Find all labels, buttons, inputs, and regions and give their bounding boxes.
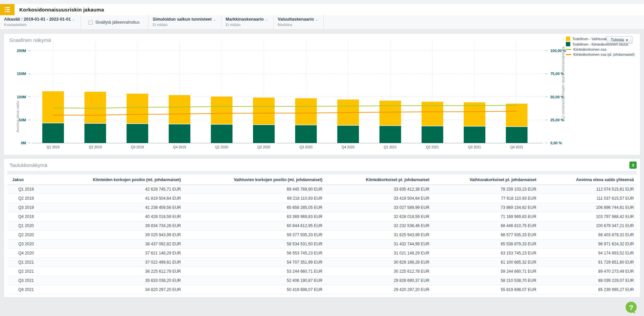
table-panel-title: Taulukkonäkymä xyxy=(9,162,47,168)
chart-panel: Graafinen näkymä Tulosta▼ 200M100,00 %15… xyxy=(4,34,640,155)
table-cell: 61 100 685,32 EUR xyxy=(432,258,539,267)
table-cell: 88 039 229,07 EUR xyxy=(539,276,637,285)
filter-selected-value: Ei mitään xyxy=(153,23,216,27)
filter-label: Simuloidun salkun tunnisteet⌄ xyxy=(153,17,216,22)
table-cell: 112 074 515,61 EUR xyxy=(539,185,637,194)
table-cell: 34 820 297,20 EUR xyxy=(51,285,184,294)
x-axis-category-label: Q1 2019 xyxy=(47,145,60,149)
table-row[interactable]: Q1 202039 834 734,26 EUR60 844 612,95 EU… xyxy=(7,221,637,230)
table-cell: 63 153 745,23 EUR xyxy=(432,249,539,258)
table-column-header: Kiinteiden korkojen positio (ml. johdann… xyxy=(51,175,184,185)
bar-fixed-rate-segment xyxy=(127,124,148,143)
print-button[interactable]: Tulosta▼ xyxy=(606,36,632,44)
chevron-down-icon: ⌄ xyxy=(213,18,216,21)
table-cell: 94 174 893,52 EUR xyxy=(539,249,637,258)
filter-dropdown-3[interactable]: Markkinaskenaario⌄Ei mitään xyxy=(222,15,274,29)
filter-bar: Aikaväli : 2019-01-01 - 2022-01-01⌄Kvart… xyxy=(0,15,644,30)
table-cell: Q2 2020 xyxy=(7,230,51,240)
legend-square-swatch xyxy=(566,42,570,46)
table-cell: Q3 2019 xyxy=(7,203,51,212)
filter-label: Valuuttaskenaario⌄ xyxy=(278,17,318,22)
left-axis-tick-label: 150M xyxy=(17,72,26,76)
x-axis-category-label: Q2 2020 xyxy=(257,145,271,149)
table-row[interactable]: Q2 202136 225 612,78 EUR53 244 660,71 EU… xyxy=(7,267,637,276)
table-cell: 40 428 018,59 EUR xyxy=(51,212,184,221)
table-cell: 41 238 459,56 EUR xyxy=(51,203,184,212)
table-cell: 36 225 612,78 EUR xyxy=(51,267,184,276)
chevron-down-icon: ⌄ xyxy=(72,18,75,21)
legend-item[interactable]: Kiinteäkorkoinen osa (pl. johdannaiset) xyxy=(566,52,635,56)
table-cell: 52 406 190,87 EUR xyxy=(184,276,325,285)
table-cell: 32 232 536,46 EUR xyxy=(325,221,432,230)
bar-fixed-rate-segment xyxy=(337,126,359,143)
table-row[interactable]: Q3 202135 633 038,20 EUR52 406 190,87 EU… xyxy=(7,276,637,285)
refinance-checkbox[interactable] xyxy=(88,20,93,25)
bar-floating-rate-segment xyxy=(295,98,317,125)
filter-dropdown-2[interactable]: Simuloidun salkun tunnisteet⌄Ei mitään xyxy=(148,15,222,29)
table-cell: 73 869 154,62 EUR xyxy=(432,203,539,212)
table-cell: 111 037 615,57 EUR xyxy=(539,194,637,203)
table-cell: 65 538 879,33 EUR xyxy=(432,240,539,249)
filter-dropdown-4[interactable]: Valuuttaskenaario⌄Markkina xyxy=(274,15,324,29)
table-cell: 103 797 988,42 EUR xyxy=(539,212,637,221)
table-cell: 30 629 166,28 EUR xyxy=(325,258,432,267)
table-row[interactable]: Q3 201941 238 459,56 EUR65 658 285,05 EU… xyxy=(7,203,637,212)
table-cell: 53 244 660,71 EUR xyxy=(184,267,325,276)
table-row[interactable]: Q2 201941 819 504,64 EUR69 218 110,93 EU… xyxy=(7,194,637,203)
table-cell: 59 244 660,71 EUR xyxy=(432,267,539,276)
right-axis-tick-label: 0,00 % xyxy=(550,141,562,145)
table-row[interactable]: Q1 201942 628 745,71 EUR69 445 769,90 EU… xyxy=(7,185,637,194)
page-title: Korkosidonnaisuusriskin jakauma xyxy=(19,7,104,13)
bar-floating-rate-segment xyxy=(253,98,275,125)
menu-button[interactable] xyxy=(0,4,15,15)
x-axis-category-label: Q3 2021 xyxy=(468,145,481,149)
left-axis-tick-label: 50M xyxy=(19,118,26,122)
help-button[interactable]: ? xyxy=(624,301,639,315)
bar-floating-rate-segment xyxy=(380,101,401,125)
bar-floating-rate-segment xyxy=(169,95,190,124)
bar-fixed-rate-segment xyxy=(85,124,106,143)
chevron-down-icon: ⌄ xyxy=(315,18,318,21)
table-cell: 78 239 103,23 EUR xyxy=(432,185,539,194)
table-row[interactable]: Q4 202134 820 297,20 EUR50 419 698,07 EU… xyxy=(7,285,637,294)
x-axis-category-label: Q2 2019 xyxy=(89,145,102,149)
table-cell: 59 377 935,33 EUR xyxy=(184,230,325,240)
table-cell: 39 834 734,26 EUR xyxy=(51,221,184,230)
page-top-strip xyxy=(0,0,644,4)
x-axis-category-label: Q4 2020 xyxy=(342,145,355,149)
table-row[interactable]: Q4 201940 428 018,59 EUR63 369 969,83 EU… xyxy=(7,212,637,221)
checkbox-label: Sisällytä jälleenrahoitus xyxy=(95,20,140,25)
left-axis-tick-label: 200M xyxy=(17,49,26,53)
bar-fixed-rate-segment xyxy=(42,123,64,143)
hamburger-list-icon xyxy=(5,7,10,12)
table-column-header: Vaihtuvien korkojen positio (ml. johdann… xyxy=(184,175,325,185)
table-column-header: Kiinteäkorkoiset pl. johdannaiset xyxy=(325,175,432,185)
filter-dropdown-0[interactable]: Aikaväli : 2019-01-01 - 2022-01-01⌄Kvart… xyxy=(0,15,81,29)
table-panel: Taulukkonäkymä X JaksoKiinteiden korkoje… xyxy=(4,159,640,297)
filter-refinance-checkbox-section: Sisällytä jälleenrahoitus xyxy=(81,15,149,29)
bar-floating-rate-segment xyxy=(506,104,528,126)
table-cell: 71 169 969,83 EUR xyxy=(432,212,539,221)
table-cell: 60 844 612,95 EUR xyxy=(184,221,325,230)
table-cell: 91 729 851,60 EUR xyxy=(539,258,637,267)
excel-export-button[interactable]: X xyxy=(629,162,637,169)
table-row[interactable]: Q3 202038 437 092,82 EUR58 534 531,50 EU… xyxy=(7,240,637,249)
table-toolbar-strip xyxy=(7,171,637,175)
left-axis-tick-label: 0M xyxy=(21,141,26,145)
table-cell: 31 021 148,29 EUR xyxy=(325,249,432,258)
legend-line-swatch xyxy=(566,54,571,55)
table-cell: 33 419 504,64 EUR xyxy=(325,194,432,203)
table-cell: Q1 2021 xyxy=(7,258,51,267)
table-cell: Q4 2019 xyxy=(7,212,51,221)
left-axis-title: Avoinna oleva saldo xyxy=(16,88,20,145)
legend-square-swatch xyxy=(566,37,570,41)
table-row[interactable]: Q4 202037 621 148,29 EUR56 553 745,23 EU… xyxy=(7,249,637,258)
table-cell: 29 828 690,37 EUR xyxy=(325,276,432,285)
legend-item[interactable]: Kiinteäkorkoinen osa xyxy=(566,47,635,51)
table-cell: 69 445 769,90 EUR xyxy=(184,185,325,194)
chevron-down-icon: ⌄ xyxy=(265,18,268,21)
table-cell: 37 022 499,61 EUR xyxy=(51,258,184,267)
table-row[interactable]: Q1 202137 022 499,61 EUR54 707 351,99 EU… xyxy=(7,258,637,267)
table-cell: 31 825 943,99 EUR xyxy=(325,230,432,240)
table-row[interactable]: Q2 202039 025 943,99 EUR59 377 935,33 EU… xyxy=(7,230,637,240)
